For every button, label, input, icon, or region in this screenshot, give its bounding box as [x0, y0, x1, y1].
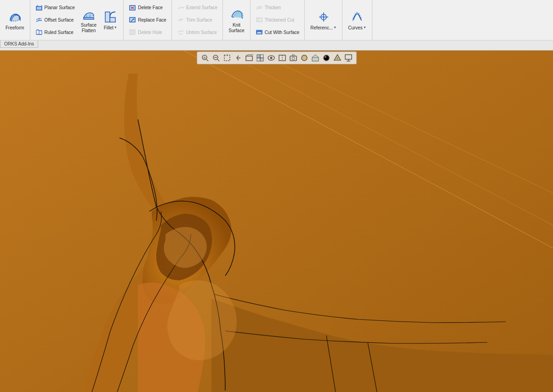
- svg-rect-12: [105, 12, 110, 22]
- 3d-viewport[interactable]: [0, 51, 553, 392]
- planar-surface-label: Planar Surface: [45, 5, 75, 10]
- reference-group: Referenc... ▼: [305, 0, 342, 40]
- fillet-button[interactable]: Fillet ▼: [100, 8, 120, 33]
- ruled-surface-button[interactable]: Ruled Surface: [33, 28, 77, 37]
- delete-face-button[interactable]: Delete Face: [126, 3, 169, 12]
- svg-rect-43: [257, 58, 260, 61]
- fillet-dropdown-arrow: ▼: [114, 26, 117, 29]
- svg-rect-42: [260, 55, 263, 58]
- view-orient-button[interactable]: [244, 53, 254, 63]
- icon-toolbar: ⊕: [197, 51, 357, 64]
- svg-point-30: [323, 16, 324, 17]
- offset-surface-button[interactable]: Offset Surface: [33, 15, 77, 24]
- scenes-button[interactable]: [310, 53, 320, 63]
- svg-rect-24: [257, 18, 262, 22]
- trim-surface-button[interactable]: Trim Surface: [175, 15, 220, 24]
- surface-flatten-icon: [81, 7, 96, 22]
- svg-rect-40: [246, 56, 252, 61]
- offset-surface-icon: [35, 16, 43, 23]
- thicken-icon: [256, 4, 263, 11]
- svg-text:⊕: ⊕: [203, 56, 206, 59]
- svg-point-57: [336, 57, 338, 59]
- svg-line-32: [206, 59, 208, 61]
- svg-point-50: [292, 57, 295, 60]
- freeform-label: Freeform: [6, 25, 24, 31]
- section-view-button[interactable]: [277, 53, 287, 63]
- thicken-group: Thicken Thickened Cut Cu: [251, 0, 305, 40]
- svg-rect-52: [312, 57, 319, 61]
- curves-label: Curves ▼: [348, 25, 366, 31]
- curves-icon: [350, 10, 365, 24]
- freeform-button[interactable]: Freeform: [3, 8, 27, 33]
- surface-group: Planar Surface Offset Surface: [30, 0, 124, 40]
- svg-point-55: [325, 56, 326, 58]
- svg-rect-41: [257, 55, 260, 58]
- surface-flatten-button[interactable]: SurfaceFlatten: [78, 5, 99, 35]
- curves-dropdown-arrow: ▼: [363, 26, 366, 29]
- svg-rect-44: [260, 58, 263, 61]
- face-group: Delete Face Replace Face: [124, 0, 172, 40]
- appearance-button[interactable]: [299, 53, 309, 63]
- extend-surface-label: Extend Surface: [186, 5, 217, 10]
- display-style-button[interactable]: [255, 53, 265, 63]
- trim-surface-icon: [177, 16, 184, 23]
- hide-show-button[interactable]: [266, 53, 276, 63]
- delete-hole-button[interactable]: Delete Hole: [126, 28, 169, 37]
- reference-icon: [316, 10, 331, 24]
- camera-button[interactable]: [288, 53, 298, 63]
- svg-line-35: [217, 59, 219, 61]
- svg-rect-1: [36, 6, 42, 10]
- delete-hole-icon: [129, 28, 136, 36]
- extend-surface-button[interactable]: Extend Surface: [175, 3, 220, 12]
- svg-rect-58: [345, 55, 352, 59]
- cut-with-surface-label: Cut With Surface: [265, 30, 300, 35]
- second-toolbar: WORKS Add-Ins: [0, 40, 553, 51]
- replace-face-icon: [129, 16, 136, 23]
- svg-rect-13: [110, 17, 115, 22]
- planar-surface-button[interactable]: Planar Surface: [33, 3, 77, 12]
- fillet-icon: [103, 10, 118, 24]
- ruled-surface-label: Ruled Surface: [45, 30, 74, 35]
- monitor-button[interactable]: [343, 53, 353, 63]
- thickened-cut-button[interactable]: Thickened Cut: [253, 15, 302, 24]
- photoworks-button[interactable]: [332, 53, 342, 63]
- cut-with-surface-button[interactable]: Cut With Surface: [253, 28, 302, 37]
- planar-surface-icon: [35, 4, 43, 11]
- untrim-surface-icon: [177, 28, 184, 36]
- replace-face-button[interactable]: Replace Face: [126, 15, 169, 24]
- curves-button[interactable]: Curves ▼: [345, 8, 369, 33]
- zoom-to-fit-button[interactable]: ⊕: [200, 53, 210, 63]
- delete-face-label: Delete Face: [138, 5, 163, 10]
- zoom-in-out-button[interactable]: [211, 53, 221, 63]
- knit-surface-button[interactable]: KnitSurface: [226, 5, 247, 35]
- viewport-svg: [0, 51, 553, 392]
- thicken-label: Thicken: [265, 5, 281, 10]
- realview-button[interactable]: [321, 53, 331, 63]
- svg-rect-9: [84, 17, 94, 19]
- addins-tab-label: ORKS Add-Ins: [4, 41, 34, 46]
- freeform-group: Freeform: [0, 0, 30, 40]
- fillet-label: Fillet ▼: [104, 25, 117, 31]
- untrim-surface-label: Untrim Surface: [186, 30, 217, 35]
- thickened-cut-icon: [256, 16, 263, 23]
- offset-surface-label: Offset Surface: [45, 17, 74, 23]
- thickened-cut-label: Thickened Cut: [265, 17, 294, 23]
- reference-button[interactable]: Referenc... ▼: [308, 8, 339, 33]
- delete-face-icon: [129, 4, 136, 11]
- surface-flatten-label: SurfaceFlatten: [81, 23, 97, 34]
- thicken-col: Thicken Thickened Cut Cu: [253, 2, 302, 38]
- reference-dropdown-arrow: ▼: [333, 26, 336, 29]
- untrim-surface-button[interactable]: Untrim Surface: [175, 28, 220, 37]
- zoom-to-area-button[interactable]: [222, 53, 232, 63]
- knit-group: KnitSurface: [223, 0, 250, 40]
- freeform-icon: [7, 10, 22, 24]
- curves-group: Curves ▼: [342, 0, 372, 40]
- cut-with-surface-icon: [256, 28, 263, 36]
- delete-hole-label: Delete Hole: [138, 30, 162, 35]
- svg-point-46: [270, 57, 272, 59]
- main-toolbar: Freeform Planar Surface: [0, 0, 553, 40]
- addins-floating-tab[interactable]: ORKS Add-Ins: [0, 40, 38, 48]
- knit-surface-icon: [229, 7, 244, 22]
- previous-view-button[interactable]: [233, 53, 243, 63]
- thicken-button[interactable]: Thicken: [253, 3, 302, 12]
